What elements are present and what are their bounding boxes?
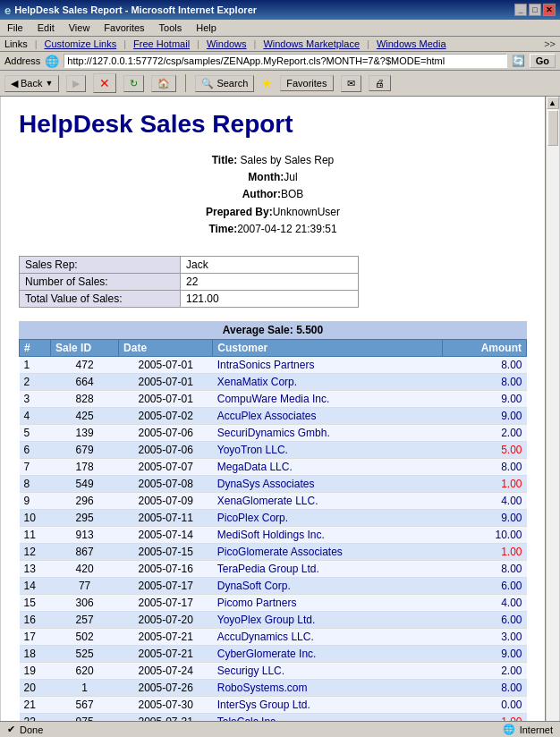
cell-num: 18 xyxy=(20,645,51,662)
cell-customer: InterSys Group Ltd. xyxy=(213,696,443,713)
cell-customer: TeraPedia Group Ltd. xyxy=(213,560,443,577)
cell-saleid: 306 xyxy=(51,594,119,611)
table-row: 10 295 2005-07-11 PicoPlex Corp. 9.00 xyxy=(20,509,527,526)
links-chevron[interactable]: >> xyxy=(544,38,556,49)
address-input[interactable] xyxy=(64,54,506,68)
cell-customer: SecuriDynamics Gmbh. xyxy=(213,424,443,441)
cell-num: 9 xyxy=(20,492,51,509)
cell-amount: 0.00 xyxy=(443,696,527,713)
cell-saleid: 828 xyxy=(51,390,119,407)
internet-icon: 🌐 xyxy=(503,724,515,735)
home-button[interactable]: 🏠 xyxy=(151,75,176,92)
print-button[interactable]: 🖨 xyxy=(369,75,391,91)
menu-view[interactable]: View xyxy=(66,21,93,34)
cell-num: 17 xyxy=(20,628,51,645)
cell-saleid: 420 xyxy=(51,560,119,577)
cell-saleid: 567 xyxy=(51,696,119,713)
table-row: 13 420 2005-07-16 TeraPedia Group Ltd. 8… xyxy=(20,560,527,577)
cell-num: 13 xyxy=(20,560,51,577)
summary-table: Sales Rep: Jack Number of Sales: 22 Tota… xyxy=(19,256,359,308)
meta-author-value: BOB xyxy=(281,188,303,200)
cell-num: 10 xyxy=(20,509,51,526)
cell-saleid: 296 xyxy=(51,492,119,509)
cell-date: 2005-07-11 xyxy=(119,509,213,526)
favorites-button[interactable]: Favorites xyxy=(280,75,333,91)
close-button[interactable]: ✕ xyxy=(543,4,556,16)
nav-toolbar: ◀ Back ▼ ▶ ✕ ↻ 🏠 🔍 Search ★ Favorites ✉ … xyxy=(0,71,560,97)
menu-favorites[interactable]: Favorites xyxy=(101,21,147,34)
report-title: HelpDesk Sales Report xyxy=(19,110,527,139)
mail-button[interactable]: ✉ xyxy=(341,75,361,92)
cell-date: 2005-07-14 xyxy=(119,526,213,543)
meta-author-label: Author: xyxy=(242,188,281,200)
summary-salesrep-label: Sales Rep: xyxy=(20,256,181,273)
links-bar: Links | Customize Links | Free Hotmail |… xyxy=(0,37,560,52)
forward-button[interactable]: ▶ xyxy=(66,75,86,92)
scroll-up-button[interactable]: ▲ xyxy=(547,97,559,109)
status-text: Done xyxy=(20,724,43,735)
cell-customer: DynaSys Associates xyxy=(213,475,443,492)
table-row: 12 867 2005-07-15 PicoGlomerate Associat… xyxy=(20,543,527,560)
cell-amount: 8.00 xyxy=(443,560,527,577)
meta-prepared-label: Prepared By: xyxy=(206,206,273,218)
table-row: 15 306 2005-07-17 Picomo Partners 4.00 xyxy=(20,594,527,611)
links-separator: | xyxy=(35,38,38,49)
summary-row-numsales: Number of Sales: 22 xyxy=(20,273,359,290)
cell-date: 2005-07-01 xyxy=(119,356,213,373)
table-row: 11 913 2005-07-14 MediSoft Holdings Inc.… xyxy=(20,526,527,543)
status-icon: ✔ xyxy=(7,724,15,735)
search-button[interactable]: 🔍 Search xyxy=(195,75,254,92)
cell-num: 16 xyxy=(20,611,51,628)
star-icon: ★ xyxy=(261,76,273,90)
cell-date: 2005-07-21 xyxy=(119,645,213,662)
cell-amount: 2.00 xyxy=(443,662,527,679)
cell-num: 15 xyxy=(20,594,51,611)
cell-date: 2005-07-06 xyxy=(119,441,213,458)
cell-customer: CyberGlomerate Inc. xyxy=(213,645,443,662)
cell-saleid: 178 xyxy=(51,458,119,475)
link-media[interactable]: Windows Media xyxy=(377,38,446,49)
refresh-icon[interactable]: 🔄 xyxy=(512,55,525,67)
menu-file[interactable]: File xyxy=(4,21,26,34)
cell-saleid: 525 xyxy=(51,645,119,662)
go-button[interactable]: Go xyxy=(530,54,556,68)
menu-bar: File Edit View Favorites Tools Help xyxy=(0,20,560,37)
menu-tools[interactable]: Tools xyxy=(157,21,185,34)
cell-saleid: 77 xyxy=(51,577,119,594)
table-row: 3 828 2005-07-01 CompuWare Media Inc. 9.… xyxy=(20,390,527,407)
ie-icon: e xyxy=(4,4,11,17)
cell-amount: 5.00 xyxy=(443,441,527,458)
cell-num: 8 xyxy=(20,475,51,492)
col-amount: Amount xyxy=(443,339,527,356)
minimize-button[interactable]: _ xyxy=(514,4,527,16)
link-hotmail[interactable]: Free Hotmail xyxy=(133,38,190,49)
link-windows[interactable]: Windows xyxy=(207,38,247,49)
cell-customer: XenaGlomerate LLC. xyxy=(213,492,443,509)
col-date: Date xyxy=(119,339,213,356)
cell-saleid: 257 xyxy=(51,611,119,628)
scroll-thumb[interactable] xyxy=(547,110,558,146)
cell-saleid: 620 xyxy=(51,662,119,679)
stop-button[interactable]: ✕ xyxy=(93,73,116,93)
link-marketplace[interactable]: Windows Marketplace xyxy=(263,38,360,49)
refresh-button[interactable]: ↻ xyxy=(123,75,144,92)
menu-edit[interactable]: Edit xyxy=(35,21,57,34)
cell-saleid: 472 xyxy=(51,356,119,373)
cell-amount: 9.00 xyxy=(443,645,527,662)
scrollbar[interactable]: ▲ ▼ xyxy=(545,97,559,737)
cell-amount: 9.00 xyxy=(443,407,527,424)
maximize-button[interactable]: □ xyxy=(529,4,541,16)
summary-total-value: 121.00 xyxy=(181,290,359,307)
menu-help[interactable]: Help xyxy=(193,21,219,34)
link-customize[interactable]: Customize Links xyxy=(45,38,117,49)
cell-date: 2005-07-24 xyxy=(119,662,213,679)
cell-amount: 9.00 xyxy=(443,390,527,407)
cell-date: 2005-07-17 xyxy=(119,577,213,594)
address-bar: Address 🌐 🔄 Go xyxy=(0,52,560,71)
table-row: 9 296 2005-07-09 XenaGlomerate LLC. 4.00 xyxy=(20,492,527,509)
cell-num: 5 xyxy=(20,424,51,441)
report-meta: Title: Sales by Sales Rep Month:Jul Auth… xyxy=(19,152,527,238)
cell-date: 2005-07-08 xyxy=(119,475,213,492)
back-button[interactable]: ◀ Back ▼ xyxy=(4,75,59,92)
table-row: 18 525 2005-07-21 CyberGlomerate Inc. 9.… xyxy=(20,645,527,662)
